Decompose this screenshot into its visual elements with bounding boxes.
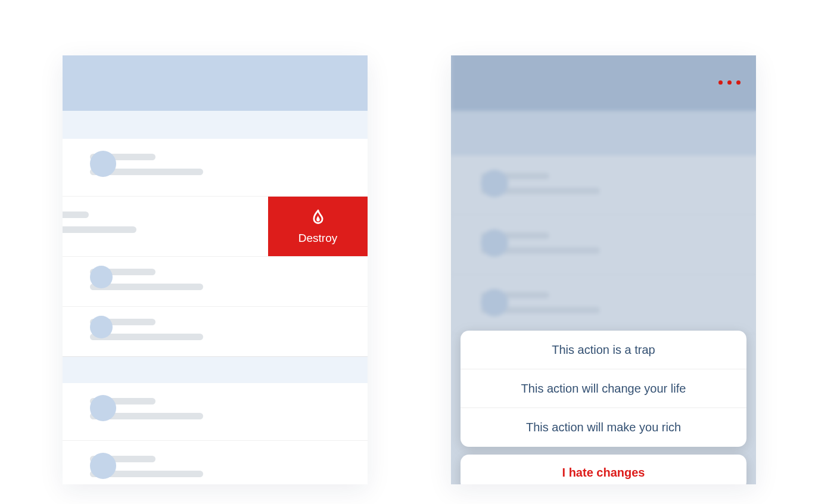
section-gap — [63, 357, 368, 383]
placeholder-line — [63, 211, 89, 218]
destroy-button[interactable]: Destroy — [268, 197, 368, 256]
modal-overlay[interactable]: This action is a trap This action will c… — [451, 55, 756, 484]
flame-icon — [308, 208, 328, 228]
action-sheet-option[interactable]: This action will make you rich — [461, 408, 746, 447]
list-item[interactable] — [63, 139, 368, 197]
list-swipe-mockup: Destroy — [63, 55, 368, 484]
list-item-content — [63, 197, 301, 256]
list-item-swiped[interactable]: Destroy — [63, 197, 368, 257]
action-sheet-mockup: This action is a trap This action will c… — [451, 55, 756, 484]
list-item[interactable] — [63, 441, 368, 484]
avatar — [90, 266, 113, 288]
destroy-label: Destroy — [298, 232, 337, 245]
list-item[interactable] — [63, 257, 368, 307]
action-sheet-option[interactable]: This action is a trap — [461, 331, 746, 369]
avatar — [90, 453, 116, 479]
avatar — [90, 151, 116, 177]
action-sheet: This action is a trap This action will c… — [461, 331, 746, 447]
list-item[interactable] — [63, 383, 368, 441]
cancel-label: I hate changes — [562, 466, 645, 480]
action-sheet-cancel[interactable]: I hate changes — [461, 455, 746, 484]
avatar — [90, 395, 116, 421]
more-icon[interactable] — [718, 80, 741, 85]
subheader-bar — [63, 111, 368, 139]
placeholder-line — [63, 226, 136, 233]
action-sheet-option[interactable]: This action will change your life — [461, 369, 746, 408]
header-bar — [63, 55, 368, 111]
list-item[interactable] — [63, 307, 368, 357]
avatar — [90, 316, 113, 338]
